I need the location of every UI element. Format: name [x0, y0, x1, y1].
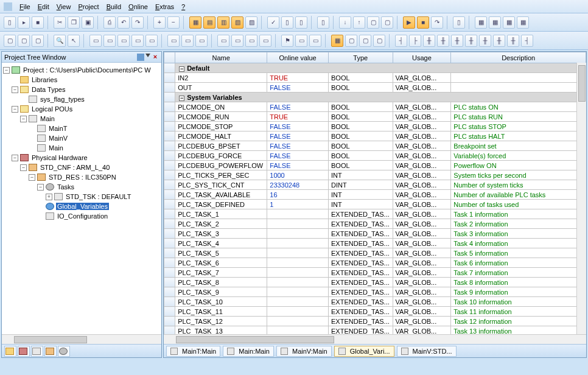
w3-button[interactable]: ╫: [423, 35, 435, 47]
cell-name[interactable]: PLCMODE_HALT: [175, 131, 267, 141]
toggle-icon[interactable]: −: [20, 116, 27, 122]
table-row[interactable]: PLCMODE_STOPFALSEBOOLVAR_GLOB...PLC stat…: [164, 122, 586, 131]
cell-type[interactable]: BOOL: [329, 112, 393, 122]
zoomin-button[interactable]: +: [153, 16, 166, 29]
row-header[interactable]: [164, 200, 175, 209]
group-row[interactable]: −Default: [164, 63, 586, 73]
cell-usage[interactable]: VAR_GLOB...: [393, 102, 451, 112]
cell-type[interactable]: EXTENDED_TAS...: [329, 307, 393, 317]
cell-description[interactable]: Task 7 information: [451, 268, 586, 278]
row-header[interactable]: [164, 141, 175, 151]
toggle-icon[interactable]: −: [29, 174, 35, 181]
cell-usage[interactable]: VAR_GLOB...: [393, 141, 451, 151]
table-row[interactable]: OUTFALSEBOOLVAR_GLOB...: [164, 83, 586, 93]
cell-usage[interactable]: VAR_GLOB...: [393, 112, 451, 122]
cell-description[interactable]: Task 12 information: [451, 317, 586, 326]
cell-description[interactable]: Task 4 information: [451, 239, 586, 248]
flag-button[interactable]: ⚑: [281, 35, 293, 47]
doc-tab[interactable]: Global_Vari...: [334, 346, 394, 357]
cell-online-value[interactable]: FALSE: [267, 161, 329, 170]
table-row[interactable]: PLCDEBUG_BPSETFALSEBOOLVAR_GLOB...Breakp…: [164, 141, 586, 151]
table-row[interactable]: PLC_TASK_5EXTENDED_TAS...VAR_GLOB...Task…: [164, 248, 586, 258]
dropdown-icon[interactable]: [145, 54, 150, 57]
row-header[interactable]: [164, 102, 175, 112]
menu-online[interactable]: Online: [125, 2, 152, 12]
cell-description[interactable]: Task 10 information: [451, 297, 586, 307]
cell-name[interactable]: PLCMODE_RUN: [175, 112, 267, 122]
row-header[interactable]: [164, 219, 175, 229]
w4-button[interactable]: ╫: [437, 35, 449, 47]
cell-online-value[interactable]: FALSE: [267, 131, 329, 141]
redo-button[interactable]: ↷: [131, 16, 144, 29]
n3-button[interactable]: ▭: [195, 35, 208, 47]
menu-file[interactable]: File: [16, 2, 34, 12]
tree-node[interactable]: Global_Variables: [3, 202, 160, 211]
tree-tab-1[interactable]: [4, 346, 16, 357]
tree-node[interactable]: −Physical Hardware: [3, 153, 160, 163]
cell-online-value[interactable]: [267, 307, 329, 317]
tree-node[interactable]: Main: [3, 143, 160, 153]
menu-view[interactable]: View: [53, 2, 75, 12]
tree-body[interactable]: − Project : C:\Users\Public\Documents\PC…: [2, 63, 161, 334]
table-row[interactable]: PLC_TASK_9EXTENDED_TAS...VAR_GLOB...Task…: [164, 287, 586, 297]
row-header[interactable]: [164, 122, 175, 131]
doc1-button[interactable]: ▯: [281, 16, 293, 29]
cell-description[interactable]: Task 3 information: [451, 229, 586, 239]
cell-name[interactable]: PLCMODE_STOP: [175, 122, 267, 131]
cell-online-value[interactable]: FALSE: [267, 83, 329, 93]
cell-type[interactable]: EXTENDED_TAS...: [329, 268, 393, 278]
row-header[interactable]: [164, 73, 175, 83]
cell-online-value[interactable]: TRUE: [267, 73, 329, 83]
row-header[interactable]: [164, 307, 175, 317]
row-header[interactable]: [164, 83, 175, 93]
cell-description[interactable]: Task 5 information: [451, 248, 586, 258]
cell-usage[interactable]: VAR_GLOB...: [393, 83, 451, 93]
print-button[interactable]: ⎙: [103, 16, 116, 29]
cell-name[interactable]: PLCMODE_ON: [175, 102, 267, 112]
box1-button[interactable]: ▢: [367, 16, 379, 29]
view3-button[interactable]: ▥: [217, 16, 229, 29]
save-button[interactable]: ■: [32, 16, 44, 29]
w7-button[interactable]: ╫: [479, 35, 491, 47]
w6-button[interactable]: ╫: [465, 35, 477, 47]
col-usage[interactable]: Usage: [393, 52, 451, 63]
cell-type[interactable]: BOOL: [329, 102, 393, 112]
layout1-button[interactable]: ▦: [475, 16, 487, 29]
l3-button[interactable]: ▭: [245, 35, 257, 47]
table-row[interactable]: PLCDEBUG_POWERFLOWFALSEBOOLVAR_GLOB...Po…: [164, 161, 586, 170]
cell-type[interactable]: EXTENDED_TAS...: [329, 278, 393, 287]
cell-name[interactable]: IN2: [175, 73, 267, 83]
l1-button[interactable]: ▭: [217, 35, 229, 47]
row-header[interactable]: [164, 151, 175, 161]
cell-usage[interactable]: VAR_GLOB...: [393, 190, 451, 200]
grid-vscrollbar[interactable]: [576, 63, 586, 334]
e2-button[interactable]: ▢: [18, 35, 30, 47]
cell-name[interactable]: PLCDEBUG_POWERFLOW: [175, 161, 267, 170]
tree-tab-2[interactable]: [18, 346, 30, 357]
doc-tab[interactable]: MainV:STD...: [397, 346, 457, 357]
cell-description[interactable]: System ticks per second: [451, 170, 586, 180]
doc-tab[interactable]: MainV:Main: [276, 346, 332, 357]
cell-usage[interactable]: VAR_GLOB...: [393, 248, 451, 258]
w5-button[interactable]: ╫: [451, 35, 463, 47]
cell-online-value[interactable]: [267, 317, 329, 326]
cell-usage[interactable]: VAR_GLOB...: [393, 317, 451, 326]
tree-node[interactable]: −STD_CNF : ARM_L_40: [3, 163, 160, 172]
cell-usage[interactable]: VAR_GLOB...: [393, 326, 451, 335]
menu-build[interactable]: Build: [103, 2, 125, 12]
cell-description[interactable]: PLC status HALT: [451, 131, 586, 141]
cell-usage[interactable]: VAR_GLOB...: [393, 161, 451, 170]
cell-online-value[interactable]: [267, 239, 329, 248]
e1-button[interactable]: ▢: [4, 35, 16, 47]
row-header[interactable]: [164, 268, 175, 278]
table-row[interactable]: PLCDEBUG_FORCEFALSEBOOLVAR_GLOB...Variab…: [164, 151, 586, 161]
cell-description[interactable]: Number of tasks used: [451, 200, 586, 209]
table-row[interactable]: PLC_TASK_DEFINED1INTVAR_GLOB...Number of…: [164, 200, 586, 209]
l2-button[interactable]: ▭: [231, 35, 243, 47]
table-row[interactable]: PLC_TASK_10EXTENDED_TAS...VAR_GLOB...Tas…: [164, 297, 586, 307]
run-button[interactable]: ▶: [403, 16, 415, 29]
view1-button[interactable]: ▦: [189, 16, 201, 29]
table-row[interactable]: PLC_TASK_8EXTENDED_TAS...VAR_GLOB...Task…: [164, 278, 586, 287]
table-row[interactable]: PLC_TASK_11EXTENDED_TAS...VAR_GLOB...Tas…: [164, 307, 586, 317]
table-row[interactable]: PLC_TASK_6EXTENDED_TAS...VAR_GLOB...Task…: [164, 258, 586, 268]
